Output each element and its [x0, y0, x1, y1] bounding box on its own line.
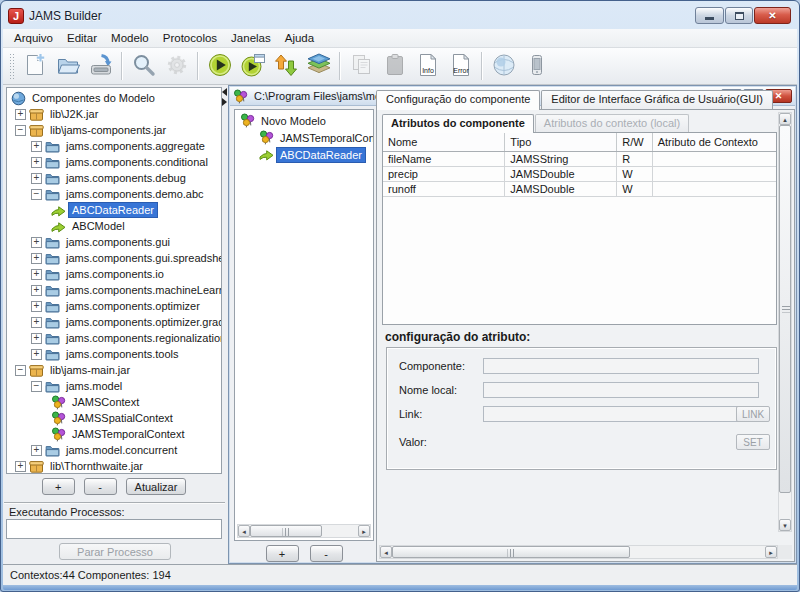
expand-handle-icon[interactable]: +	[15, 461, 26, 472]
run-model-gui-button[interactable]	[236, 50, 269, 83]
stop-process-button[interactable]: Parar Processo	[59, 543, 171, 560]
menu-janelas[interactable]: Janelas	[224, 30, 278, 46]
expand-handle-icon[interactable]: +	[31, 333, 42, 344]
menu-modelo[interactable]: Modelo	[104, 30, 156, 46]
table-cell[interactable]	[652, 181, 776, 196]
expand-handle-icon[interactable]: +	[31, 317, 42, 328]
collapse-left-icon[interactable]	[222, 88, 227, 96]
menu-arquivo[interactable]: Arquivo	[7, 30, 60, 46]
tree-item[interactable]: +lib\J2K.jar	[7, 106, 221, 122]
column-header[interactable]: Atributo de Contexto	[652, 133, 776, 151]
expand-handle-icon[interactable]: +	[31, 173, 42, 184]
tree-item[interactable]: ABCModel	[7, 218, 221, 234]
set-button[interactable]: SET	[736, 434, 770, 450]
expand-handle-icon[interactable]: +	[31, 301, 42, 312]
collapse-handle-icon[interactable]: −	[31, 381, 42, 392]
table-row[interactable]: runoffJAMSDoubleW	[383, 181, 776, 196]
menu-protocolos[interactable]: Protocolos	[156, 30, 224, 46]
save-model-button[interactable]	[84, 50, 117, 83]
tab-gui-editor[interactable]: Editor de Interface Gráfica de Usuário(G…	[541, 90, 773, 109]
tree-item[interactable]: −jams.model	[7, 378, 221, 394]
scrollbar-track[interactable]	[630, 546, 765, 558]
tree-item[interactable]: JAMSTemporalContex	[235, 129, 373, 146]
nome-local-field[interactable]	[483, 382, 759, 398]
table-cell[interactable]	[652, 166, 776, 181]
scrollbar-track[interactable]	[322, 525, 358, 537]
component-library-tree[interactable]: Componentes do Modelo+lib\J2K.jar−lib\ja…	[6, 87, 222, 474]
expand-handle-icon[interactable]: +	[31, 253, 42, 264]
expand-handle-icon[interactable]: +	[31, 349, 42, 360]
copy-pages-button[interactable]	[345, 50, 378, 83]
model-tree-hscrollbar[interactable]: ◂ ▸	[237, 524, 371, 538]
column-header[interactable]: Tipo	[505, 133, 617, 151]
expand-handle-icon[interactable]: +	[31, 141, 42, 152]
tree-item[interactable]: −lib\jams-components.jar	[7, 122, 221, 138]
add-library-button[interactable]: +	[42, 478, 75, 495]
tree-item[interactable]: JAMSContext	[7, 394, 221, 410]
config-vscrollbar[interactable]: ▴ ▾	[778, 112, 792, 532]
collapse-handle-icon[interactable]: −	[15, 125, 26, 136]
add-component-button[interactable]: +	[266, 545, 299, 562]
tree-item[interactable]: +jams.components.gui.spreadsheet	[7, 250, 221, 266]
tree-item[interactable]: −jams.components.demo.abc	[7, 186, 221, 202]
open-model-button[interactable]	[51, 50, 84, 83]
tree-item[interactable]: +jams.components.regionalization	[7, 330, 221, 346]
model-structure-tree[interactable]: Novo ModeloJAMSTemporalContexABCDataRead…	[234, 109, 374, 541]
scroll-right-icon[interactable]: ▸	[358, 525, 370, 537]
table-cell[interactable]: runoff	[383, 181, 505, 196]
tree-item[interactable]: +jams.components.debug	[7, 170, 221, 186]
column-header[interactable]: Nome	[383, 133, 505, 151]
expand-handle-icon[interactable]: +	[31, 237, 42, 248]
scroll-left-icon[interactable]: ◂	[238, 525, 250, 537]
clipboard-button[interactable]	[378, 50, 411, 83]
tree-item[interactable]: +jams.components.machineLearning	[7, 282, 221, 298]
remove-component-button[interactable]: -	[310, 545, 343, 562]
table-cell[interactable]: precip	[383, 166, 505, 181]
expand-handle-icon[interactable]: +	[31, 285, 42, 296]
table-cell[interactable]: W	[617, 181, 652, 196]
attributes-table[interactable]: NomeTipoR/WAtributo de Contexto fileName…	[383, 133, 776, 197]
run-model-button[interactable]	[203, 50, 236, 83]
collapse-handle-icon[interactable]: −	[15, 365, 26, 376]
tree-item[interactable]: +jams.components.aggregate	[7, 138, 221, 154]
table-row[interactable]: fileNameJAMSStringR	[383, 151, 776, 166]
processes-list[interactable]	[6, 519, 222, 539]
subtab-component-attributes[interactable]: Atributos do componente	[382, 114, 534, 133]
tree-item[interactable]: +jams.components.io	[7, 266, 221, 282]
scrollbar-thumb[interactable]	[779, 125, 791, 493]
title-bar[interactable]: J JAMS Builder ✕	[3, 3, 797, 29]
tab-component-config[interactable]: Configuração do componente	[376, 90, 540, 110]
table-cell[interactable]: JAMSDouble	[505, 181, 617, 196]
table-cell[interactable]: fileName	[383, 151, 505, 166]
scrollbar-track[interactable]	[779, 493, 791, 519]
link-button[interactable]: LINK	[736, 406, 770, 422]
column-header[interactable]: R/W	[617, 133, 652, 151]
table-row[interactable]: precipJAMSDoubleW	[383, 166, 776, 181]
componente-field[interactable]	[483, 358, 759, 374]
table-cell[interactable]: W	[617, 166, 652, 181]
scroll-up-icon[interactable]: ▴	[779, 113, 791, 125]
table-cell[interactable]: JAMSDouble	[505, 166, 617, 181]
mobile-device-button[interactable]	[520, 50, 553, 83]
scroll-down-icon[interactable]: ▾	[779, 519, 791, 531]
info-document-button[interactable]: Info	[411, 50, 444, 83]
menu-editar[interactable]: Editar	[60, 30, 104, 46]
expand-handle-icon[interactable]: +	[31, 269, 42, 280]
scrollbar-thumb[interactable]	[392, 546, 630, 558]
refresh-button[interactable]: Atualizar	[126, 478, 187, 495]
table-cell[interactable]: R	[617, 151, 652, 166]
minimize-button[interactable]	[695, 7, 724, 24]
scrollbar-thumb[interactable]	[250, 525, 322, 537]
tree-item[interactable]: ABCDataReader	[7, 202, 221, 218]
table-cell[interactable]	[652, 151, 776, 166]
expand-handle-icon[interactable]: +	[31, 445, 42, 456]
config-hscrollbar[interactable]: ◂ ▸	[379, 545, 778, 559]
expand-handle-icon[interactable]: +	[31, 157, 42, 168]
tree-item[interactable]: Novo Modelo	[235, 112, 373, 129]
upload-download-arrows-button[interactable]	[269, 50, 302, 83]
toolbar-drag-handle[interactable]	[9, 53, 15, 79]
tree-item[interactable]: +jams.components.optimizer.gradient	[7, 314, 221, 330]
search-button[interactable]	[127, 50, 160, 83]
close-button[interactable]: ✕	[754, 7, 791, 24]
tree-item[interactable]: Componentes do Modelo	[7, 90, 221, 106]
